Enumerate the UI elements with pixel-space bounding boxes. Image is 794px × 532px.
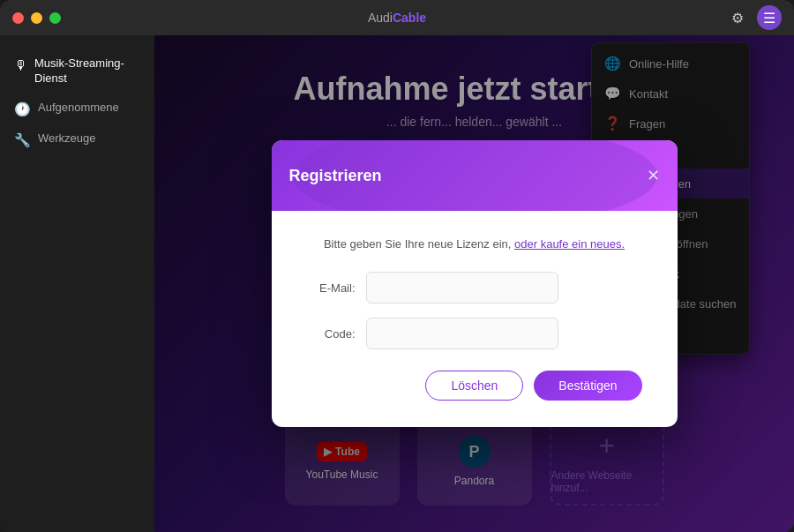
sidebar-item-music-streaming[interactable]: 🎙 Musik-Streaming-Dienst — [0, 49, 154, 94]
titlebar-actions: ⚙ ☰ — [725, 5, 782, 30]
clear-button[interactable]: Löschen — [425, 371, 523, 401]
minimize-button[interactable] — [31, 12, 42, 24]
app-title: AudiCable — [368, 11, 426, 25]
close-button[interactable] — [12, 12, 24, 24]
sidebar-item-label-music: Musik-Streaming-Dienst — [34, 56, 140, 86]
code-input[interactable] — [366, 318, 558, 349]
menu-button[interactable]: ☰ — [757, 5, 782, 30]
email-form-row: E-Mail: ✉ — [307, 272, 642, 303]
modal-description: Bitte geben Sie Ihre neue Lizenz ein, od… — [307, 237, 642, 251]
email-input-wrapper: ✉ — [366, 272, 642, 303]
modal-overlay: Registrieren ✕ Bitte geben Sie Ihre neue… — [154, 35, 794, 532]
modal-title: Registrieren — [289, 167, 382, 185]
app-title-cable: Cable — [393, 11, 426, 25]
clock-icon: 🕐 — [14, 101, 31, 117]
confirm-button[interactable]: Bestätigen — [534, 371, 641, 401]
content-area: Aufnahme jetzt starten? ... die fern... … — [154, 35, 794, 532]
code-label: Code: — [307, 327, 356, 341]
buy-license-link[interactable]: oder kaufe ein neues. — [514, 237, 625, 251]
settings-icon-btn[interactable]: ⚙ — [725, 5, 750, 30]
email-label: E-Mail: — [307, 281, 356, 295]
traffic-lights — [12, 12, 61, 24]
code-input-wrapper: 🔑 — [366, 318, 642, 349]
sidebar-item-label-recorded: Aufgenommene — [38, 101, 119, 116]
titlebar: AudiCable ⚙ ☰ — [0, 0, 794, 35]
wrench-icon: 🔧 — [14, 132, 31, 148]
email-input[interactable] — [366, 272, 558, 303]
maximize-button[interactable] — [49, 12, 61, 24]
sidebar-item-tools[interactable]: 🔧 Werkzeuge — [0, 124, 154, 155]
modal-header: Registrieren ✕ — [272, 140, 678, 211]
sidebar-item-recorded[interactable]: 🕐 Aufgenommene — [0, 94, 154, 124]
sidebar-item-label-tools: Werkzeuge — [38, 131, 96, 146]
modal-body: Bitte geben Sie Ihre neue Lizenz ein, od… — [272, 211, 678, 427]
microphone-icon: 🎙 — [14, 57, 27, 72]
register-modal: Registrieren ✕ Bitte geben Sie Ihre neue… — [272, 140, 678, 427]
modal-close-button[interactable]: ✕ — [647, 168, 660, 184]
app-body: 🎙 Musik-Streaming-Dienst 🕐 Aufgenommene … — [0, 35, 794, 532]
app-title-audi: Audi — [368, 11, 393, 25]
modal-actions: Löschen Bestätigen — [307, 371, 642, 401]
code-form-row: Code: 🔑 — [307, 318, 642, 349]
sidebar: 🎙 Musik-Streaming-Dienst 🕐 Aufgenommene … — [0, 35, 154, 532]
